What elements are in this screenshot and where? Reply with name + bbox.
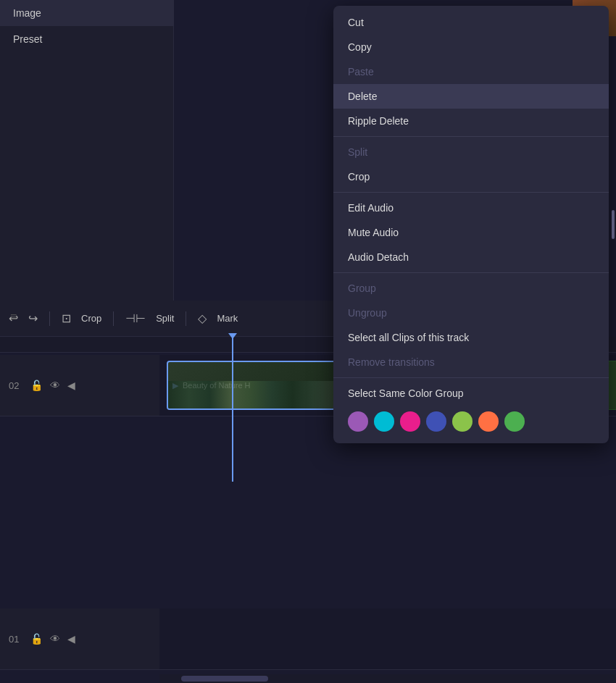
mark-button[interactable]: Mark — [217, 313, 238, 324]
menu-item-remove-transitions: Remove transitions — [333, 350, 609, 374]
menu-divider-1 — [333, 136, 609, 137]
sidebar-item-image[interactable]: Image — [0, 0, 173, 26]
track-lock-icon-01[interactable]: 🔓 — [30, 633, 43, 645]
menu-divider-3 — [333, 272, 609, 273]
color-swatch-olive[interactable] — [452, 411, 473, 432]
playhead-triangle — [228, 333, 237, 339]
track-eye-icon-02[interactable]: 👁 — [50, 380, 60, 391]
toolbar-divider-2 — [113, 311, 114, 326]
horizontal-scrollbar[interactable] — [159, 674, 616, 683]
menu-item-edit-audio[interactable]: Edit Audio — [333, 196, 609, 220]
menu-item-cut[interactable]: Cut — [333, 10, 609, 35]
menu-item-group: Group — [333, 276, 609, 301]
redo-button[interactable]: ↪ — [28, 311, 38, 325]
color-swatches — [333, 406, 609, 439]
track-eye-icon-01[interactable]: 👁 — [50, 633, 60, 645]
color-swatch-cyan[interactable] — [374, 411, 394, 432]
track-row-01: 01 🔓 👁 ◀ — [0, 608, 616, 670]
crop-button[interactable]: Crop — [81, 313, 101, 324]
menu-item-select-all-clips[interactable]: Select all Clips of this track — [333, 325, 609, 350]
menu-divider-2 — [333, 192, 609, 193]
menu-item-delete[interactable]: Delete — [333, 84, 609, 109]
toolbar-divider-1 — [49, 311, 50, 326]
color-swatch-green[interactable] — [504, 411, 525, 432]
color-swatch-orange[interactable] — [478, 411, 499, 432]
toolbar-divider-3 — [186, 311, 186, 326]
menu-item-ungroup: Ungroup — [333, 301, 609, 325]
track-controls-02: 02 🔓 👁 ◀ — [0, 355, 159, 416]
crop-icon: ⊡ — [62, 311, 71, 325]
color-swatch-pink[interactable] — [400, 411, 420, 432]
left-panel: Image Preset — [0, 0, 174, 301]
track-number-01: 01 — [9, 634, 23, 645]
split-icon: ⊣⊢ — [125, 311, 146, 325]
color-swatch-purple[interactable] — [348, 411, 368, 432]
track-number-02: 02 — [9, 380, 23, 391]
playhead[interactable] — [232, 337, 233, 482]
track-audio-icon-01[interactable]: ◀ — [67, 633, 75, 645]
track-content-01 — [159, 608, 616, 669]
menu-item-copy[interactable]: Copy — [333, 35, 609, 59]
sidebar-item-preset[interactable]: Preset — [0, 26, 173, 52]
scrollbar-thumb[interactable] — [181, 676, 268, 682]
menu-item-select-color-group[interactable]: Select Same Color Group — [333, 381, 609, 406]
context-menu: Cut Copy Paste Delete Ripple Delete Spli… — [333, 6, 609, 443]
color-swatch-blue[interactable] — [426, 411, 446, 432]
menu-item-crop[interactable]: Crop — [333, 164, 609, 189]
menu-item-ripple-delete[interactable]: Ripple Delete — [333, 109, 609, 133]
timeline-menu-icon[interactable]: ≡ — [10, 311, 17, 323]
split-button[interactable]: Split — [156, 313, 174, 324]
track-lock-icon-02[interactable]: 🔓 — [30, 380, 43, 391]
track-controls-01: 01 🔓 👁 ◀ — [0, 608, 159, 669]
menu-item-audio-detach[interactable]: Audio Detach — [333, 245, 609, 269]
track-audio-icon-02[interactable]: ◀ — [67, 380, 75, 391]
menu-item-mute-audio[interactable]: Mute Audio — [333, 220, 609, 245]
scroll-indicator — [612, 210, 615, 239]
menu-divider-4 — [333, 377, 609, 378]
mark-icon: ◇ — [198, 311, 207, 325]
menu-item-paste: Paste — [333, 59, 609, 84]
menu-item-split: Split — [333, 140, 609, 164]
toolbar: ↩ ↪ ⊡ Crop ⊣⊢ Split ◇ Mark — [0, 301, 333, 337]
